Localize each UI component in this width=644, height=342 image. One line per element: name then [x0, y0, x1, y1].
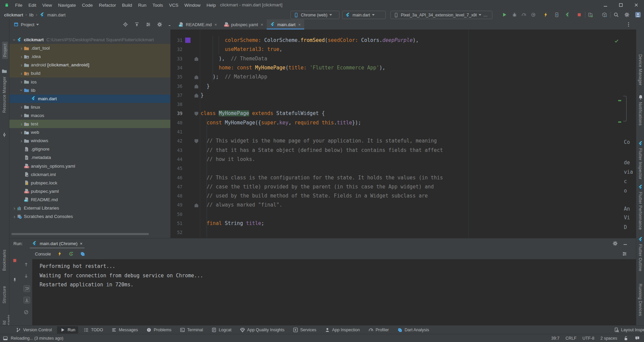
tree-item-metadata[interactable]: .metadata — [9, 153, 170, 162]
maximize-button[interactable] — [613, 0, 629, 10]
tab-todo[interactable]: TODO — [80, 326, 106, 334]
tree-item-analysis_optionsyaml[interactable]: YMLanalysis_options.yaml — [9, 162, 170, 170]
hot-restart-icon[interactable] — [68, 251, 74, 256]
chevron-icon[interactable]: › — [12, 207, 17, 210]
code-editor[interactable]: 31 colorScheme: ColorScheme.fromSeed(see… — [170, 30, 636, 238]
flutter-attach-button[interactable] — [564, 11, 571, 18]
clear-console-icon[interactable] — [23, 309, 29, 315]
line-ending-indicator[interactable]: CRLF — [566, 336, 577, 341]
stripe-flutter-icon[interactable] — [638, 237, 643, 242]
indent-indicator[interactable]: 2 spaces — [600, 336, 617, 341]
tree-item-web[interactable]: ›web — [9, 128, 170, 136]
close-icon[interactable]: × — [261, 22, 263, 27]
chevron-icon[interactable]: › — [19, 122, 24, 126]
device-mirror-button[interactable] — [587, 11, 594, 18]
tree-item-dart_tool[interactable]: ›.dart_tool — [9, 44, 170, 52]
stripe-tab-running-devices[interactable]: Running Devices — [638, 284, 643, 316]
tab-app-inspection[interactable]: App Inspection — [322, 326, 363, 334]
stripe-tab-flutter-outline[interactable]: Flutter Outline — [638, 244, 643, 271]
stop-button[interactable] — [576, 11, 583, 18]
horizontal-scrollbar[interactable] — [11, 233, 149, 235]
tab-console[interactable]: Console — [35, 251, 51, 256]
tree-item-build[interactable]: ›build — [9, 69, 170, 77]
account-avatar[interactable] — [634, 11, 642, 18]
menu-item-help[interactable]: Help — [204, 3, 219, 8]
tree-item-lib[interactable]: ›lib — [9, 86, 170, 95]
console-output[interactable]: Performing hot restart...Waiting for con… — [32, 259, 636, 326]
tree-item-pubspeclock[interactable]: pubspec.lock — [9, 179, 170, 187]
close-icon[interactable]: × — [298, 22, 301, 27]
tab-logcat[interactable]: Logcat — [208, 326, 234, 334]
tree-item-ExternalLibraries[interactable]: ›External Libraries — [9, 204, 170, 212]
device-selector-combo[interactable]: Chrome (web) — [290, 11, 339, 19]
stripe-notifications-icon[interactable] — [638, 95, 643, 100]
chevron-icon[interactable]: › — [19, 131, 24, 134]
menu-item-navigate[interactable]: Navigate — [55, 3, 79, 8]
stripe-commit-icon[interactable] — [2, 132, 7, 137]
attach-debugger-button[interactable] — [530, 11, 537, 18]
breadcrumb-item-clickmart[interactable]: clickmart — [4, 12, 23, 17]
down-arrow-icon[interactable] — [23, 273, 29, 279]
minimize-button[interactable] — [598, 0, 613, 10]
tab-version-control[interactable]: Version Control — [13, 326, 55, 334]
scroll-to-end-icon[interactable] — [23, 297, 30, 303]
tab-messages[interactable]: Messages — [108, 326, 141, 334]
tab-layout-inspector[interactable]: Layout Inspector — [614, 327, 644, 333]
run-tab[interactable]: main.dart (Chrome) × — [30, 238, 84, 248]
menu-item-run[interactable]: Run — [135, 3, 150, 8]
chevron-icon[interactable]: › — [19, 63, 24, 67]
tab-dart-analysis[interactable]: Dart Analysis — [394, 326, 432, 334]
chevron-icon[interactable]: › — [19, 139, 24, 142]
run-button[interactable] — [501, 11, 508, 18]
profile-button[interactable] — [520, 11, 528, 18]
close-button[interactable] — [629, 0, 644, 10]
up-arrow-icon[interactable] — [23, 262, 29, 267]
menu-item-file[interactable]: File — [12, 3, 25, 8]
debug-button[interactable] — [511, 11, 518, 18]
tab-maindart[interactable]: main.dart× — [267, 19, 304, 30]
tree-item-windows[interactable]: ›windows — [9, 136, 170, 145]
menu-item-refactor[interactable]: Refactor — [96, 3, 119, 8]
tree-item-pubspecyaml[interactable]: YMLpubspec.yaml — [9, 187, 170, 195]
stripe-tab-flutter-inspector[interactable]: Flutter Inspector — [638, 148, 643, 180]
tree-item-linux[interactable]: ›linux — [9, 103, 170, 111]
color-preview-swatch[interactable] — [185, 38, 191, 43]
stripe-tab-structure[interactable]: Structure — [2, 286, 7, 303]
tree-item-macos[interactable]: ›macos — [9, 111, 170, 120]
fold-marker-icon[interactable] — [195, 75, 198, 79]
notifications-balloon-icon[interactable] — [635, 336, 640, 341]
menu-item-window[interactable]: Window — [181, 3, 204, 8]
chevron-icon[interactable]: › — [20, 88, 23, 93]
stripe-folder-icon[interactable] — [2, 68, 7, 74]
locate-file-icon[interactable] — [123, 22, 128, 27]
fold-marker-icon[interactable] — [195, 57, 198, 61]
hot-restart-device-button[interactable] — [553, 11, 560, 18]
tab-pubspecyaml[interactable]: YMLpubspec.yaml× — [220, 19, 267, 30]
menu-item-vcs[interactable]: VCS — [166, 3, 181, 8]
chevron-icon[interactable]: › — [13, 38, 16, 42]
caret-position[interactable]: 39:7 — [551, 336, 559, 341]
fold-marker-icon[interactable] — [195, 112, 198, 116]
view-options-icon[interactable] — [146, 22, 151, 27]
fold-marker-icon[interactable] — [195, 84, 198, 89]
tree-item-idea[interactable]: ›.idea — [9, 52, 170, 61]
settings-button[interactable] — [623, 11, 631, 18]
menu-item-build[interactable]: Build — [119, 3, 135, 8]
stripe-tab-bookmarks[interactable]: Bookmarks — [2, 249, 7, 271]
tree-item-gitignore[interactable]: .gitignore — [9, 145, 170, 153]
tree-item-clickmartiml[interactable]: clickmart.iml — [9, 170, 170, 179]
settings-gear-icon[interactable] — [157, 22, 162, 27]
chevron-icon[interactable]: › — [19, 72, 24, 75]
breadcrumb-item-lib[interactable]: lib — [29, 12, 34, 17]
tab-terminal[interactable]: Terminal — [177, 326, 206, 334]
menu-item-edit[interactable]: Edit — [25, 3, 39, 8]
menu-item-view[interactable]: View — [39, 3, 55, 8]
chevron-icon[interactable]: › — [19, 105, 24, 109]
tab-READMEmd[interactable]: MDREADME.md× — [175, 19, 220, 30]
stripe-tab-flutter-performance[interactable]: Flutter Performance — [638, 192, 643, 230]
chevron-icon[interactable]: › — [19, 114, 24, 117]
hide-panel-icon[interactable] — [623, 241, 628, 246]
console-options-icon[interactable] — [622, 251, 627, 256]
tree-item-ios[interactable]: ›ios — [9, 78, 170, 86]
chevron-icon[interactable]: › — [12, 215, 17, 218]
